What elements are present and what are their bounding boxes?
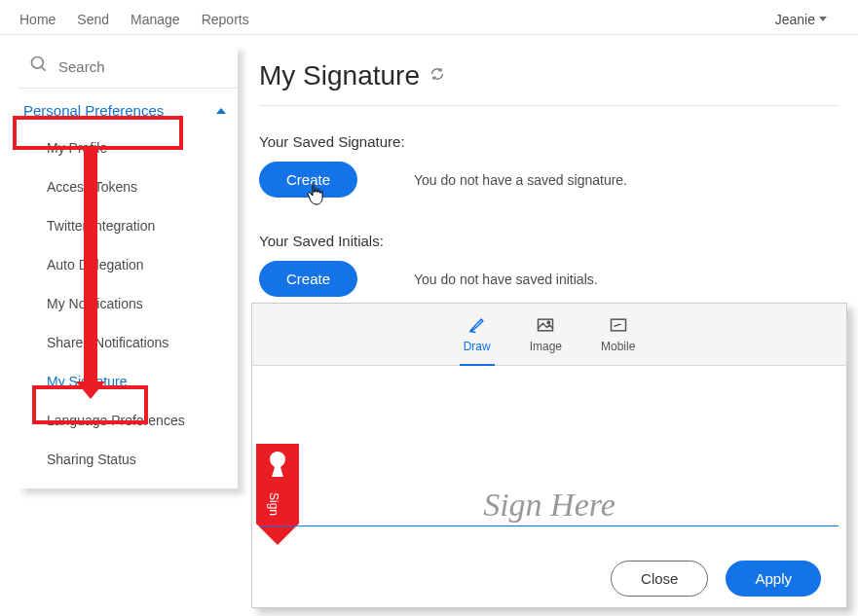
apply-button[interactable]: Apply bbox=[726, 561, 821, 597]
page-title: My Signature bbox=[259, 60, 420, 91]
group-label: Personal Preferences bbox=[23, 102, 164, 119]
modal-footer: Close Apply bbox=[252, 561, 846, 606]
nav-home[interactable]: Home bbox=[19, 12, 56, 27]
tab-mobile[interactable]: Mobile bbox=[597, 313, 639, 359]
signature-status: You do not have a saved signature. bbox=[375, 172, 627, 188]
sidebar-item-my-profile[interactable]: My Profile bbox=[18, 128, 238, 167]
modal-tabs: Draw Image Mobile bbox=[252, 304, 846, 366]
signature-canvas[interactable]: Sign Sign Here bbox=[252, 366, 846, 561]
svg-point-3 bbox=[547, 321, 550, 324]
bookmark-label: Sign bbox=[267, 492, 280, 516]
topnav-left: Home Send Manage Reports bbox=[19, 12, 249, 27]
sidebar-item-language-preferences[interactable]: Language Preferences bbox=[18, 401, 238, 440]
nav-manage[interactable]: Manage bbox=[131, 12, 180, 27]
signature-line bbox=[260, 525, 839, 526]
sidebar: Personal Preferences My Profile Access T… bbox=[18, 45, 238, 489]
tab-mobile-label: Mobile bbox=[601, 340, 635, 353]
tab-image[interactable]: Image bbox=[526, 313, 566, 359]
signature-modal: Draw Image Mobile Sign Sign Here Close A… bbox=[251, 303, 847, 608]
image-icon bbox=[535, 315, 556, 338]
sidebar-item-twitter-integration[interactable]: Twitter Integration bbox=[18, 206, 238, 245]
initials-row: Create You do not have saved initials. bbox=[259, 261, 839, 297]
svg-line-1 bbox=[42, 67, 46, 71]
sidebar-item-auto-delegation[interactable]: Auto Delegation bbox=[18, 245, 238, 284]
search-row bbox=[18, 45, 238, 88]
divider bbox=[18, 88, 238, 89]
sign-here-bookmark: Sign bbox=[256, 444, 299, 549]
sidebar-item-my-signature[interactable]: My Signature bbox=[18, 362, 238, 401]
chevron-up-icon bbox=[216, 108, 226, 114]
initials-label: Your Saved Initials: bbox=[259, 233, 839, 249]
create-initials-button[interactable]: Create bbox=[259, 261, 357, 297]
cursor-pointer-icon bbox=[304, 180, 327, 211]
sidebar-item-sharing-status[interactable]: Sharing Status bbox=[18, 440, 238, 479]
sign-here-placeholder: Sign Here bbox=[483, 487, 616, 524]
sidebar-group-header[interactable]: Personal Preferences bbox=[18, 92, 238, 128]
search-input[interactable] bbox=[58, 58, 243, 75]
pen-icon bbox=[466, 315, 488, 338]
sidebar-item-my-notifications[interactable]: My Notifications bbox=[18, 284, 238, 323]
signature-row: Create You do not have a saved signature… bbox=[259, 162, 839, 198]
tab-draw-label: Draw bbox=[464, 340, 491, 353]
mobile-icon bbox=[608, 315, 629, 338]
tab-image-label: Image bbox=[530, 340, 562, 353]
close-button[interactable]: Close bbox=[611, 561, 708, 597]
user-name: Jeanie bbox=[775, 12, 815, 27]
user-menu[interactable]: Jeanie bbox=[775, 12, 839, 27]
signature-label: Your Saved Signature: bbox=[259, 133, 839, 150]
search-icon bbox=[29, 54, 49, 78]
caret-down-icon bbox=[819, 17, 827, 21]
nav-send[interactable]: Send bbox=[77, 12, 109, 27]
initials-status: You do not have saved initials. bbox=[375, 272, 598, 287]
nav-reports[interactable]: Reports bbox=[202, 12, 249, 27]
sidebar-item-access-tokens[interactable]: Access Tokens bbox=[18, 167, 238, 206]
sidebar-item-shared-notifications[interactable]: Shared Notifications bbox=[18, 323, 238, 362]
refresh-icon[interactable] bbox=[429, 66, 445, 86]
top-navigation: Home Send Manage Reports Jeanie bbox=[0, 0, 858, 35]
tab-draw[interactable]: Draw bbox=[460, 313, 495, 366]
svg-point-0 bbox=[32, 57, 44, 69]
heading-row: My Signature bbox=[259, 51, 839, 106]
